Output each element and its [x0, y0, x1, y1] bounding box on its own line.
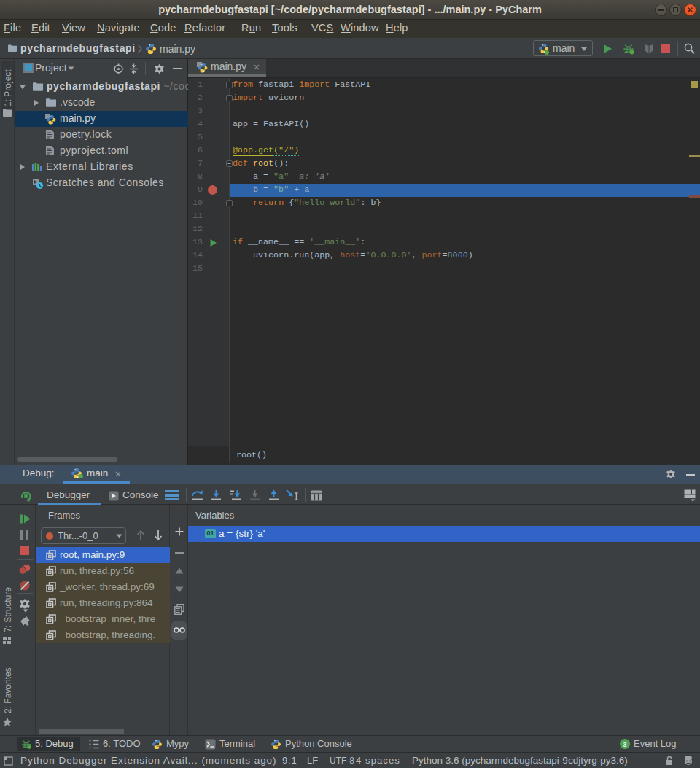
svg-text:3: 3 — [623, 741, 626, 748]
